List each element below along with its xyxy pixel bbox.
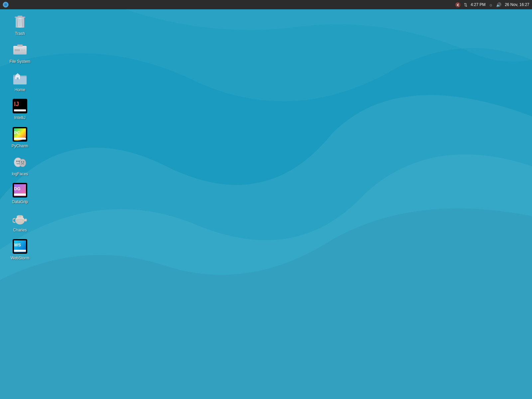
svg-rect-19: [17, 77, 19, 79]
filesystem-label: File System: [10, 59, 31, 64]
svg-point-32: [23, 161, 24, 163]
taskbar-right: 🔇 ⇅ 4:27 PM ☼ 🔊 26 Nov, 16:27: [455, 2, 529, 7]
webstorm-label: WebStorm: [11, 256, 29, 260]
pycharm-icon-item[interactable]: PC PyCharm: [7, 124, 33, 150]
webstorm-icon: WS: [12, 238, 28, 254]
audio-off-icon[interactable]: 🔇: [455, 2, 461, 7]
trash-icon: [12, 14, 28, 30]
svg-rect-4: [18, 16, 22, 17]
intellij-label: IntelliJ: [14, 115, 26, 120]
volume-icon[interactable]: 🔊: [496, 2, 501, 7]
charles-icon-item[interactable]: Charles: [7, 208, 33, 234]
svg-text:WS: WS: [14, 242, 21, 247]
svg-point-2: [4, 3, 7, 6]
datagrip-label: DataGrip: [12, 200, 28, 204]
trash-label: Trash: [15, 31, 25, 36]
svg-text:DG: DG: [14, 186, 21, 191]
taskbar: 🔇 ⇅ 4:27 PM ☼ 🔊 26 Nov, 16:27: [0, 0, 532, 9]
svg-rect-12: [17, 45, 23, 47]
logfaces-icon-item[interactable]: logFaces: [7, 152, 33, 178]
svg-point-31: [21, 161, 22, 163]
svg-rect-26: [14, 138, 26, 140]
network-icon[interactable]: ⇅: [464, 2, 467, 7]
svg-point-28: [19, 159, 26, 167]
svg-line-9: [22, 19, 22, 27]
logfaces-label: logFaces: [12, 172, 28, 176]
pycharm-icon: PC: [12, 126, 28, 142]
taskbar-left: [3, 2, 9, 8]
desktop: 🔇 ⇅ 4:27 PM ☼ 🔊 26 Nov, 16:27: [0, 0, 532, 399]
brightness-icon[interactable]: ☼: [489, 2, 493, 7]
svg-point-30: [18, 160, 20, 162]
svg-marker-20: [15, 73, 20, 75]
date: 26 Nov, 16:27: [505, 2, 529, 7]
svg-rect-35: [14, 194, 26, 196]
svg-rect-42: [14, 250, 26, 252]
home-icon-item[interactable]: Home: [7, 68, 33, 94]
svg-line-7: [18, 19, 18, 27]
datagrip-icon-item[interactable]: DG DataGrip: [7, 180, 33, 206]
home-icon: [12, 70, 28, 86]
svg-point-39: [19, 215, 21, 216]
intellij-icon-item[interactable]: IJ IntelliJ: [7, 96, 33, 122]
webstorm-icon-item[interactable]: WS WebStorm: [7, 236, 33, 262]
charles-icon: [12, 210, 28, 226]
datagrip-icon: DG: [12, 182, 28, 198]
clock: 4:27 PM: [471, 2, 486, 7]
svg-text:IJ: IJ: [14, 101, 19, 107]
filesystem-icon: [12, 42, 28, 58]
svg-point-13: [23, 49, 25, 51]
filesystem-icon-item[interactable]: File System: [7, 40, 33, 66]
svg-text:PC: PC: [14, 130, 20, 135]
svg-rect-23: [14, 109, 26, 111]
intellij-icon: IJ: [12, 98, 28, 114]
svg-point-29: [16, 160, 18, 162]
charles-label: Charles: [13, 228, 27, 232]
pycharm-label: PyCharm: [12, 144, 28, 148]
os-logo-icon[interactable]: [3, 2, 9, 8]
desktop-icons-column: Trash: [7, 12, 33, 263]
logfaces-icon: [12, 154, 28, 170]
trash-icon-item[interactable]: Trash: [7, 12, 33, 38]
svg-rect-15: [15, 49, 20, 51]
svg-point-14: [21, 49, 23, 51]
home-label: Home: [15, 87, 25, 92]
